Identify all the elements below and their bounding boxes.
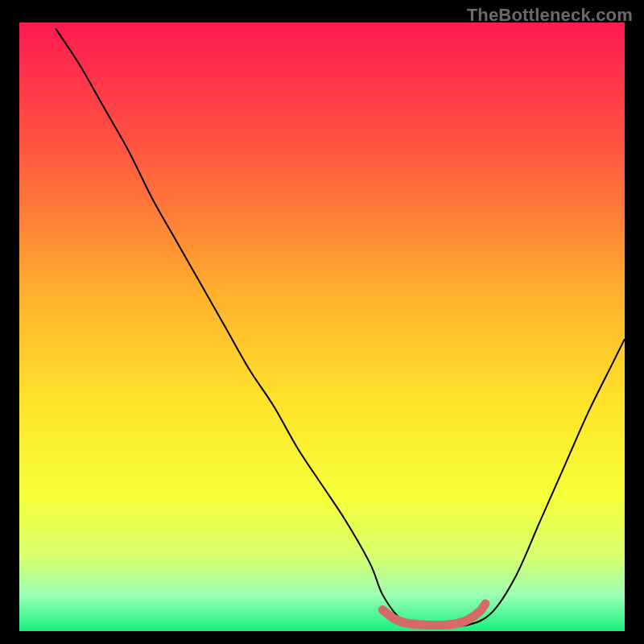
chart-plot-area: [19, 23, 625, 631]
chart-svg: [19, 23, 625, 631]
gradient-background: [19, 23, 625, 631]
chart-frame: TheBottleneck.com: [0, 0, 644, 644]
